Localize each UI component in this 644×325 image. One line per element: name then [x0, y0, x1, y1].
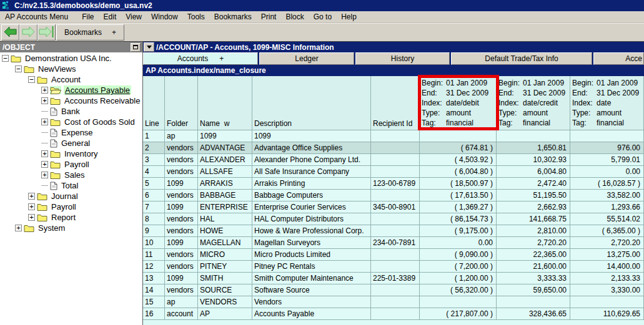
column-header-folder[interactable]: Folder — [165, 76, 198, 130]
expand-icon[interactable]: + — [28, 203, 35, 210]
expand-icon[interactable]: + — [41, 150, 48, 157]
cell-folder[interactable]: vendors — [165, 190, 198, 201]
cell-line[interactable]: 8 — [143, 213, 165, 225]
cell-description[interactable]: Software Source — [252, 284, 371, 296]
cell-balance[interactable]: 5,799.01 — [570, 154, 644, 166]
cell-credit[interactable]: 51,195.50 — [497, 190, 570, 201]
cell-folder[interactable]: account — [165, 308, 198, 320]
tab-accounts-plus[interactable]: + — [219, 54, 224, 63]
cell-folder[interactable]: vendors — [165, 261, 198, 273]
cell-balance[interactable] — [570, 296, 644, 308]
cell-description[interactable]: Accounts Payable — [252, 308, 371, 320]
expand-icon[interactable]: + — [28, 214, 35, 221]
cell-balance[interactable]: 14,400.00 — [570, 261, 644, 273]
cell-line[interactable]: 9 — [143, 225, 165, 237]
expand-icon[interactable]: + — [41, 161, 48, 168]
cell-name[interactable]: ALEXANDER — [198, 154, 252, 166]
cell-name[interactable]: HOWE — [198, 225, 252, 237]
cell-name[interactable]: ADVANTAGE — [198, 142, 252, 154]
cell-folder[interactable]: vendors — [165, 225, 198, 237]
cell-description[interactable]: All Safe Insurance Company — [252, 166, 371, 178]
column-header-recipient-id[interactable]: Recipient Id — [371, 76, 420, 130]
cell-line[interactable]: 6 — [143, 190, 165, 201]
expand-icon[interactable]: + — [28, 193, 35, 200]
forward-button[interactable] — [19, 24, 37, 41]
cell-description[interactable]: Smith Computer Maintenance — [252, 273, 371, 284]
cell-debit[interactable]: ( 9,090.00 ) — [420, 249, 497, 261]
cell-name[interactable]: ENTERPRISE — [198, 201, 252, 213]
cell-name[interactable]: ARRAKIS — [198, 178, 252, 190]
cell-credit[interactable] — [497, 296, 570, 308]
tree-item-total[interactable]: Total — [0, 180, 142, 191]
cell-balance[interactable]: 0.00 — [570, 166, 644, 178]
cell-recipient[interactable] — [371, 225, 420, 237]
collapse-icon[interactable]: − — [15, 65, 22, 72]
cell-line[interactable]: 14 — [143, 284, 165, 296]
cell-recipient[interactable]: 123-00-6789 — [371, 178, 420, 190]
cell-line[interactable]: 7 — [143, 201, 165, 213]
tree-item-journal[interactable]: +Journal — [0, 191, 142, 201]
cell-folder[interactable]: 1099 — [165, 273, 198, 284]
cell-debit[interactable]: ( 1,369.27 ) — [420, 201, 497, 213]
cell-credit[interactable]: 141,668.75 — [497, 213, 570, 225]
cell-debit[interactable]: ( 674.81 ) — [420, 142, 497, 154]
cell-line[interactable]: 4 — [143, 166, 165, 178]
cell-balance[interactable]: 2,133.33 — [570, 273, 644, 284]
cell-balance[interactable]: 13,275.00 — [570, 249, 644, 261]
tree-item-demonstration-usa-inc-[interactable]: −Demonstration USA Inc. — [0, 53, 142, 64]
cell-recipient[interactable]: 345-00-8901 — [371, 201, 420, 213]
cell-debit[interactable]: ( 86,154.73 ) — [420, 213, 497, 225]
menu-tools[interactable]: Tools — [187, 12, 205, 21]
tab-accounts[interactable]: Accounts + — [143, 52, 258, 65]
tree-item-system[interactable]: +System — [0, 223, 142, 233]
tree-item-newviews[interactable]: −NewViews — [0, 64, 142, 74]
cell-credit[interactable]: 2,472.40 — [497, 178, 570, 190]
cell-name[interactable]: VENDORS — [198, 296, 252, 308]
cell-name[interactable]: PITNEY — [198, 261, 252, 273]
tab-ledger[interactable]: Ledger — [259, 52, 354, 65]
cell-description[interactable]: Magellan Surveyors — [252, 237, 371, 249]
cell-recipient[interactable] — [371, 261, 420, 273]
cell-recipient[interactable] — [371, 130, 420, 142]
tab-default-trade-tax-info[interactable]: Default Trade/Tax Info — [451, 52, 592, 65]
tree-item-bank[interactable]: Bank — [0, 106, 142, 117]
cell-debit[interactable]: ( 217,807.00 ) — [420, 308, 497, 320]
cell-recipient[interactable] — [371, 213, 420, 225]
cell-credit[interactable]: 22,365.00 — [497, 249, 570, 261]
expand-icon[interactable]: + — [41, 119, 48, 125]
cell-line[interactable]: 11 — [143, 249, 165, 261]
cell-description[interactable]: Arrakis Printing — [252, 178, 371, 190]
cell-credit[interactable] — [497, 130, 570, 142]
cell-recipient[interactable]: 234-00-7891 — [371, 237, 420, 249]
cell-description[interactable]: Enterprise Courier Services — [252, 201, 371, 213]
cell-credit[interactable]: 2,720.20 — [497, 237, 570, 249]
tree-item-payroll[interactable]: +Payroll — [0, 201, 142, 212]
cell-credit[interactable]: 10,302.93 — [497, 154, 570, 166]
cell-description[interactable]: Babbage Computers — [252, 190, 371, 201]
tree-item-inventory[interactable]: +Inventory — [0, 148, 142, 159]
cell-line[interactable]: 5 — [143, 178, 165, 190]
menu-window[interactable]: Window — [151, 12, 178, 21]
menu-block[interactable]: Block — [285, 12, 304, 21]
cell-balance[interactable] — [570, 130, 644, 142]
cell-folder[interactable]: ap — [165, 130, 198, 142]
cell-balance[interactable]: 33,582.00 — [570, 190, 644, 201]
cell-debit[interactable]: ( 1,200.00 ) — [420, 273, 497, 284]
cell-description[interactable]: Micro Products Limited — [252, 249, 371, 261]
cell-name[interactable]: MICRO — [198, 249, 252, 261]
column-header-line[interactable]: Line — [143, 76, 165, 130]
cell-debit[interactable]: ( 56,320.00 ) — [420, 284, 497, 296]
tree-item-account[interactable]: −Account — [0, 74, 142, 85]
cell-credit[interactable]: 2,810.00 — [497, 225, 570, 237]
cell-description[interactable]: Advantage Office Supplies — [252, 142, 371, 154]
cell-name[interactable]: SMITH — [198, 273, 252, 284]
menu-edit[interactable]: Edit — [104, 12, 117, 21]
cell-debit[interactable]: 0.00 — [420, 237, 497, 249]
cell-credit[interactable]: 328,436.65 — [497, 308, 570, 320]
cell-balance[interactable]: 55,514.02 — [570, 213, 644, 225]
cell-credit[interactable]: 59,650.00 — [497, 284, 570, 296]
tab-history[interactable]: History — [355, 52, 450, 65]
cell-description[interactable]: Pitney PC Rentals — [252, 261, 371, 273]
expand-icon[interactable]: + — [41, 97, 48, 104]
cell-recipient[interactable] — [371, 296, 420, 308]
